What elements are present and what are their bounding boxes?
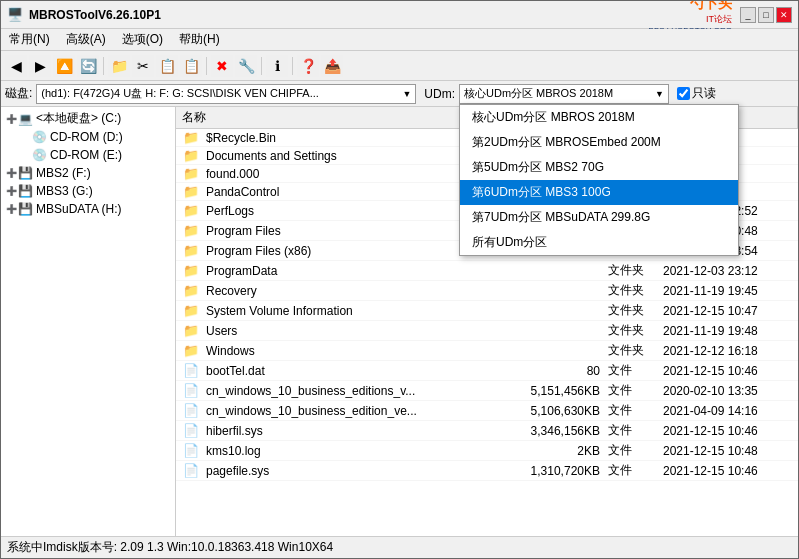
file-name: ProgramData — [202, 264, 508, 278]
maximize-button[interactable]: □ — [758, 7, 774, 23]
file-type: 文件夹 — [608, 302, 663, 319]
minimize-button[interactable]: _ — [740, 7, 756, 23]
file-date: 2021-12-15 10:46 — [663, 464, 798, 478]
toolbar-copy[interactable]: 📋 — [156, 55, 178, 77]
dropdown-item-2[interactable]: 第5UDm分区 MBS2 70G — [460, 155, 738, 180]
udm-combo[interactable]: 核心UDm分区 MBROS 2018M ▼ 核心UDm分区 MBROS 2018… — [459, 84, 669, 104]
menu-item-options[interactable]: 选项(O) — [118, 30, 167, 49]
file-date: 2021-12-15 10:47 — [663, 304, 798, 318]
file-icon: 📁 — [180, 223, 202, 238]
sidebar-item-cdrom-d[interactable]: 💿 CD-ROM (D:) — [3, 128, 173, 146]
file-icon: 📁 — [180, 184, 202, 199]
drive-icon-mbs3: 💾 — [17, 183, 33, 199]
file-name: hiberfil.sys — [202, 424, 508, 438]
dropdown-item-3[interactable]: 第6UDm分区 MBS3 100G — [460, 180, 738, 205]
table-row[interactable]: 📄 bootTel.dat 80 文件 2021-12-15 10:46 — [176, 361, 798, 381]
file-type: 文件夹 — [608, 322, 663, 339]
file-type: 文件夹 — [608, 262, 663, 279]
udm-value: 核心UDm分区 MBROS 2018M — [464, 86, 613, 101]
file-icon: 📄 — [180, 463, 202, 478]
file-icon: 📄 — [180, 403, 202, 418]
sidebar-item-cdrom-e[interactable]: 💿 CD-ROM (E:) — [3, 146, 173, 164]
sidebar-item-local-disk[interactable]: ➕ 💻 <本地硬盘> (C:) — [3, 109, 173, 128]
file-type: 文件 — [608, 382, 663, 399]
close-button[interactable]: ✕ — [776, 7, 792, 23]
sidebar: ➕ 💻 <本地硬盘> (C:) 💿 CD-ROM (D:) 💿 CD-ROM (… — [1, 107, 176, 536]
toolbar-export[interactable]: 📤 — [321, 55, 343, 77]
sidebar-label-cdrom-e: CD-ROM (E:) — [50, 148, 122, 162]
expand-icon-mbs2: ➕ — [5, 168, 17, 178]
file-date: 2021-11-19 19:45 — [663, 284, 798, 298]
toolbar-sep2 — [206, 57, 207, 75]
toolbar-help[interactable]: ❓ — [297, 55, 319, 77]
file-name: System Volume Information — [202, 304, 508, 318]
file-size: 3,346,156KB — [508, 424, 608, 438]
toolbar-sep3 — [261, 57, 262, 75]
file-name: Users — [202, 324, 508, 338]
drive-icon-cdrom-e: 💿 — [31, 147, 47, 163]
readonly-checkbox-label[interactable]: 只读 — [677, 85, 716, 102]
file-icon: 📁 — [180, 130, 202, 145]
menu-item-advanced[interactable]: 高级(A) — [62, 30, 110, 49]
file-name: kms10.log — [202, 444, 508, 458]
toolbar-up[interactable]: 🔼 — [53, 55, 75, 77]
disk-combo[interactable]: (hd1): F(472G)4 U盘 H: F: G: SCSI\DISK VE… — [36, 84, 416, 104]
dropdown-item-4[interactable]: 第7UDm分区 MBSuDATA 299.8G — [460, 205, 738, 230]
toolbar-back[interactable]: ◀ — [5, 55, 27, 77]
sidebar-item-mbs3[interactable]: ➕ 💾 MBS3 (G:) — [3, 182, 173, 200]
drive-icon-mbs2: 💾 — [17, 165, 33, 181]
status-bar: 系统中Imdisk版本号: 2.09 1.3 Win:10.0.18363.41… — [1, 536, 798, 558]
toolbar-properties[interactable]: ℹ — [266, 55, 288, 77]
toolbar-sep1 — [103, 57, 104, 75]
file-name: bootTel.dat — [202, 364, 508, 378]
toolbar-cut[interactable]: ✂ — [132, 55, 154, 77]
file-icon: 📁 — [180, 323, 202, 338]
table-row[interactable]: 📁 Windows 文件夹 2021-12-12 16:18 — [176, 341, 798, 361]
table-row[interactable]: 📄 pagefile.sys 1,310,720KB 文件 2021-12-15… — [176, 461, 798, 481]
file-icon: 📄 — [180, 423, 202, 438]
file-date: 2020-02-10 13:35 — [663, 384, 798, 398]
table-row[interactable]: 📄 cn_windows_10_business_editions_v... 5… — [176, 381, 798, 401]
udm-dropdown: 核心UDm分区 MBROS 2018M 第2UDm分区 MBROSEmbed 2… — [459, 104, 739, 256]
file-icon: 📁 — [180, 263, 202, 278]
toolbar-refresh[interactable]: 🔄 — [77, 55, 99, 77]
dropdown-item-0[interactable]: 核心UDm分区 MBROS 2018M — [460, 105, 738, 130]
file-date: 2021-11-19 19:48 — [663, 324, 798, 338]
table-row[interactable]: 📄 hiberfil.sys 3,346,156KB 文件 2021-12-15… — [176, 421, 798, 441]
toolbar: ◀ ▶ 🔼 🔄 📁 ✂ 📋 📋 ✖ 🔧 ℹ ❓ 📤 — [1, 51, 798, 81]
file-size: 5,106,630KB — [508, 404, 608, 418]
expand-icon-local: ➕ — [5, 114, 17, 124]
file-type: 文件 — [608, 402, 663, 419]
readonly-label: 只读 — [692, 85, 716, 102]
file-icon: 📁 — [180, 343, 202, 358]
toolbar-paste[interactable]: 📋 — [180, 55, 202, 77]
table-row[interactable]: 📄 cn_windows_10_business_edition_ve... 5… — [176, 401, 798, 421]
toolbar-rename[interactable]: 🔧 — [235, 55, 257, 77]
table-row[interactable]: 📁 Recovery 文件夹 2021-11-19 19:45 — [176, 281, 798, 301]
file-icon: 📁 — [180, 166, 202, 181]
table-row[interactable]: 📁 System Volume Information 文件夹 2021-12-… — [176, 301, 798, 321]
dropdown-item-5[interactable]: 所有UDm分区 — [460, 230, 738, 255]
status-text: 系统中Imdisk版本号: 2.09 1.3 Win:10.0.18363.41… — [7, 539, 333, 556]
table-row[interactable]: 📁 Users 文件夹 2021-11-19 19:48 — [176, 321, 798, 341]
readonly-checkbox[interactable] — [677, 87, 690, 100]
sidebar-label-mbs3: MBS3 (G:) — [36, 184, 93, 198]
table-row[interactable]: 📄 kms10.log 2KB 文件 2021-12-15 10:48 — [176, 441, 798, 461]
disk-label: 磁盘: — [5, 85, 32, 102]
file-icon: 📄 — [180, 363, 202, 378]
file-type: 文件 — [608, 362, 663, 379]
disk-value: (hd1): F(472G)4 U盘 H: F: G: SCSI\DISK VE… — [41, 86, 319, 101]
toolbar-delete[interactable]: ✖ — [211, 55, 233, 77]
dropdown-item-1[interactable]: 第2UDm分区 MBROSEmbed 200M — [460, 130, 738, 155]
menu-item-normal[interactable]: 常用(N) — [5, 30, 54, 49]
menu-item-help[interactable]: 帮助(H) — [175, 30, 224, 49]
toolbar-folder-new[interactable]: 📁 — [108, 55, 130, 77]
sidebar-label-mbsudata: MBSuDATA (H:) — [36, 202, 122, 216]
file-name: Windows — [202, 344, 508, 358]
sidebar-item-mbs2[interactable]: ➕ 💾 MBS2 (F:) — [3, 164, 173, 182]
table-row[interactable]: 📁 ProgramData 文件夹 2021-12-03 23:12 — [176, 261, 798, 281]
file-icon: 📁 — [180, 243, 202, 258]
toolbar-forward[interactable]: ▶ — [29, 55, 51, 77]
udm-label: UDm: — [424, 87, 455, 101]
sidebar-item-mbsudata[interactable]: ➕ 💾 MBSuDATA (H:) — [3, 200, 173, 218]
